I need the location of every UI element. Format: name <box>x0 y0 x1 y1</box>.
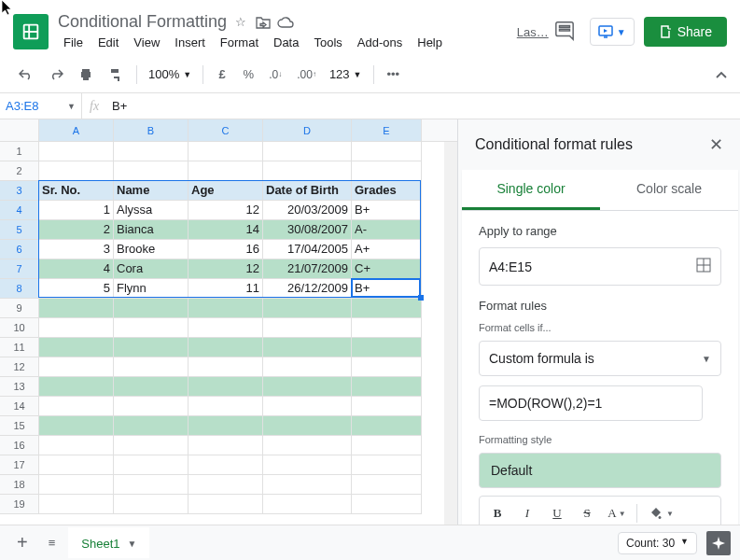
cell[interactable] <box>263 475 352 495</box>
menu-insert[interactable]: Insert <box>169 34 211 51</box>
row-header[interactable]: 5 <box>0 220 39 240</box>
cell[interactable] <box>188 161 263 181</box>
row-header[interactable]: 6 <box>0 240 39 259</box>
undo-button[interactable] <box>13 63 39 87</box>
row-header[interactable]: 12 <box>0 357 39 377</box>
row-header[interactable]: 17 <box>0 455 39 475</box>
present-button[interactable]: ▼ <box>590 18 635 46</box>
cell[interactable]: 21/07/2009 <box>263 259 352 279</box>
more-button[interactable]: ••• <box>382 63 406 87</box>
cell[interactable] <box>188 318 263 338</box>
cell[interactable]: Name <box>114 181 188 201</box>
cell[interactable] <box>114 436 188 455</box>
range-input[interactable]: A4:E15 <box>479 247 721 286</box>
bold-button[interactable]: B <box>483 500 511 526</box>
cell[interactable] <box>39 397 114 416</box>
last-edit-link[interactable]: Las… <box>517 25 549 39</box>
vertical-scrollbar[interactable] <box>444 142 457 535</box>
star-icon[interactable]: ☆ <box>232 15 249 29</box>
cell[interactable] <box>114 357 188 377</box>
cell[interactable]: 11 <box>188 279 263 299</box>
cell[interactable] <box>188 357 263 377</box>
cell[interactable] <box>188 397 263 416</box>
cell[interactable] <box>188 436 263 455</box>
dec-increase-button[interactable]: .00↑ <box>291 63 322 87</box>
share-button[interactable]: Share <box>644 17 727 47</box>
cell[interactable]: Cora <box>114 259 188 279</box>
cell[interactable] <box>352 416 422 436</box>
cell[interactable] <box>352 357 422 377</box>
italic-button[interactable]: I <box>513 500 541 526</box>
row-header[interactable]: 10 <box>0 318 39 338</box>
cell[interactable]: 5 <box>39 279 114 299</box>
sheets-logo[interactable] <box>13 14 49 49</box>
row-header[interactable]: 7 <box>0 259 39 279</box>
cell[interactable] <box>352 338 422 357</box>
menu-file[interactable]: File <box>58 34 89 51</box>
cell[interactable] <box>39 338 114 357</box>
cell[interactable] <box>352 455 422 475</box>
cell[interactable] <box>263 377 352 397</box>
number-format-select[interactable]: 123▼ <box>326 67 366 81</box>
cell[interactable] <box>263 299 352 318</box>
cell[interactable] <box>39 495 114 514</box>
cell[interactable] <box>263 142 352 161</box>
formula-bar[interactable]: B+ <box>106 99 740 113</box>
cell[interactable]: 17/04/2005 <box>263 240 352 259</box>
cell[interactable] <box>263 397 352 416</box>
row-header[interactable]: 8 <box>0 279 39 299</box>
row-header[interactable]: 14 <box>0 397 39 416</box>
formula-input[interactable]: =MOD(ROW(),2)=1 <box>479 385 703 421</box>
spreadsheet-grid[interactable]: ABCDE 123Sr. No.NameAgeDate of BirthGrad… <box>0 119 457 535</box>
move-icon[interactable] <box>255 16 272 29</box>
cell[interactable] <box>114 299 188 318</box>
cell[interactable] <box>352 142 422 161</box>
row-header[interactable]: 18 <box>0 475 39 495</box>
cell[interactable] <box>263 161 352 181</box>
default-style-preview[interactable]: Default <box>479 453 721 488</box>
cell[interactable] <box>263 436 352 455</box>
cell[interactable]: B+ <box>352 201 422 220</box>
cell[interactable] <box>39 416 114 436</box>
cell[interactable]: Age <box>188 181 263 201</box>
doc-title[interactable]: Conditional Formatting <box>58 12 227 32</box>
row-header[interactable]: 19 <box>0 495 39 514</box>
dec-decrease-button[interactable]: .0↓ <box>263 63 287 87</box>
cell[interactable]: Alyssa <box>114 201 188 220</box>
cell[interactable] <box>114 338 188 357</box>
select-range-icon[interactable] <box>696 258 711 275</box>
tab-single-color[interactable]: Single color <box>462 170 600 210</box>
cell[interactable]: Bianca <box>114 220 188 240</box>
sheet-tab[interactable]: Sheet1▼ <box>68 527 149 558</box>
all-sheets-button[interactable]: ≡ <box>41 530 63 555</box>
cell[interactable] <box>39 318 114 338</box>
cell[interactable]: Brooke <box>114 240 188 259</box>
cell[interactable]: 4 <box>39 259 114 279</box>
col-header-D[interactable]: D <box>263 119 352 141</box>
cell[interactable]: 2 <box>39 220 114 240</box>
cell[interactable] <box>114 397 188 416</box>
row-header[interactable]: 13 <box>0 377 39 397</box>
menu-tools[interactable]: Tools <box>308 34 347 51</box>
text-color-button[interactable]: A▼ <box>603 500 631 526</box>
cell[interactable] <box>263 338 352 357</box>
cell[interactable] <box>263 357 352 377</box>
paint-format-button[interactable] <box>103 63 129 87</box>
cell[interactable] <box>114 318 188 338</box>
col-header-E[interactable]: E <box>352 119 422 141</box>
col-header-C[interactable]: C <box>188 119 263 141</box>
cell[interactable] <box>352 436 422 455</box>
cell[interactable]: 3 <box>39 240 114 259</box>
row-header[interactable]: 3 <box>0 181 39 201</box>
cell[interactable] <box>263 318 352 338</box>
cell[interactable]: 14 <box>188 220 263 240</box>
cell[interactable]: 1 <box>39 201 114 220</box>
row-header[interactable]: 16 <box>0 436 39 455</box>
cell[interactable] <box>352 397 422 416</box>
menu-format[interactable]: Format <box>215 34 264 51</box>
cell[interactable] <box>114 475 188 495</box>
cell[interactable] <box>114 455 188 475</box>
currency-button[interactable]: £ <box>211 63 233 87</box>
cell[interactable] <box>188 299 263 318</box>
cell[interactable]: C+ <box>352 259 422 279</box>
